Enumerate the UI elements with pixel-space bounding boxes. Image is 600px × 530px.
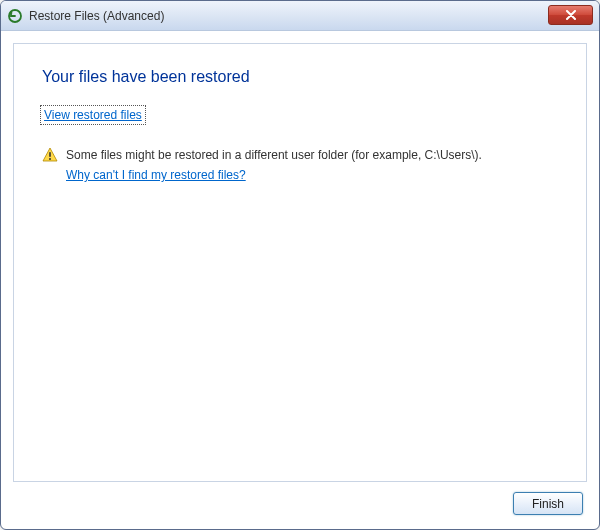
finish-button[interactable]: Finish — [513, 492, 583, 515]
warning-message: Some files might be restored in a differ… — [42, 146, 558, 184]
button-bar: Finish — [13, 482, 587, 517]
warning-help-link[interactable]: Why can't I find my restored files? — [66, 166, 246, 184]
app-icon — [7, 8, 23, 24]
warning-text-block: Some files might be restored in a differ… — [66, 146, 482, 184]
svg-rect-1 — [49, 152, 51, 157]
dialog-window: Restore Files (Advanced) Your files have… — [0, 0, 600, 530]
close-button[interactable] — [548, 5, 593, 25]
titlebar[interactable]: Restore Files (Advanced) — [1, 1, 599, 31]
warning-text: Some files might be restored in a differ… — [66, 148, 482, 162]
warning-icon — [42, 147, 58, 163]
content-wrap: Your files have been restored View resto… — [1, 31, 599, 529]
page-heading: Your files have been restored — [42, 68, 558, 86]
window-title: Restore Files (Advanced) — [29, 9, 548, 23]
view-restored-files-link[interactable]: View restored files — [42, 107, 144, 123]
close-icon — [565, 10, 577, 20]
content-panel: Your files have been restored View resto… — [13, 43, 587, 482]
svg-point-2 — [49, 158, 51, 160]
